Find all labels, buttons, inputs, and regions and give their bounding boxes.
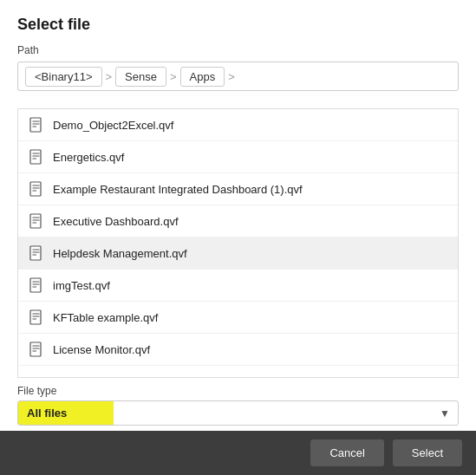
file-item[interactable]: KFTable example.qvf <box>18 302 458 334</box>
file-list-container: Demo_Object2Excel.qvf Energetics.qvf Exa… <box>17 108 459 378</box>
file-qvf-icon <box>29 149 44 165</box>
file-qvf-icon <box>29 309 44 325</box>
breadcrumb-sep-2: > <box>226 70 237 83</box>
cancel-button[interactable]: Cancel <box>310 439 383 466</box>
file-item[interactable]: Demo_Object2Excel.qvf <box>18 109 458 141</box>
file-item[interactable]: License Monitor.qvf <box>18 334 458 366</box>
svg-rect-8 <box>30 182 41 196</box>
file-qvf-icon <box>29 245 44 261</box>
breadcrumb-btn-sense[interactable]: Sense <box>115 67 166 87</box>
breadcrumb-item-sense: Sense > <box>115 67 178 87</box>
file-name: Executive Dashboard.qvf <box>53 215 179 228</box>
file-qvf-icon <box>29 277 44 293</box>
filetype-select-wrapper: All filesQVF filesExcel filesCSV files ▼ <box>17 400 459 426</box>
file-item[interactable]: Example Restaurant Integrated Dashboard … <box>18 173 458 205</box>
file-item[interactable]: Energetics.qvf <box>18 141 458 173</box>
file-qvf-icon <box>29 181 44 197</box>
dialog-title: Select file <box>17 16 459 34</box>
file-item[interactable]: Executive Dashboard.qvf <box>18 205 458 238</box>
breadcrumb-bar: <Binary11> > Sense > Apps > <box>17 62 459 91</box>
svg-rect-4 <box>30 150 41 164</box>
file-name: Demo_Object2Excel.qvf <box>53 119 173 132</box>
file-qvf-icon <box>29 342 44 357</box>
file-name: License Monitor.qvf <box>53 343 150 356</box>
svg-rect-20 <box>30 278 41 292</box>
breadcrumb-sep-1: > <box>168 70 179 83</box>
file-list: Demo_Object2Excel.qvf Energetics.qvf Exa… <box>18 109 458 377</box>
file-name: Example Restaurant Integrated Dashboard … <box>53 183 303 196</box>
file-qvf-icon <box>29 213 44 229</box>
breadcrumb-btn-binary11[interactable]: <Binary11> <box>25 67 102 87</box>
file-name: Energetics.qvf <box>53 151 124 164</box>
breadcrumb-item-apps: Apps > <box>180 67 237 87</box>
dialog-footer: Cancel Select <box>0 431 476 475</box>
file-name: Helpdesk Management.qvf <box>53 247 187 260</box>
file-qvf-icon <box>29 117 44 133</box>
svg-rect-28 <box>30 342 41 356</box>
filetype-section: File type All filesQVF filesExcel filesC… <box>0 378 476 431</box>
select-button[interactable]: Select <box>393 439 462 466</box>
file-name: imgTest.qvf <box>53 279 110 292</box>
filetype-label: File type <box>17 385 459 397</box>
select-file-dialog: Select file Path <Binary11> > Sense > Ap… <box>0 0 476 475</box>
svg-rect-12 <box>30 214 41 228</box>
svg-rect-24 <box>30 310 41 324</box>
breadcrumb-btn-apps[interactable]: Apps <box>180 67 225 87</box>
svg-rect-0 <box>30 118 41 132</box>
breadcrumb-sep-0: > <box>104 70 114 83</box>
dialog-header: Select file Path <Binary11> > Sense > Ap… <box>0 0 476 100</box>
filetype-select[interactable]: All filesQVF filesExcel filesCSV files <box>17 400 459 426</box>
file-name: KFTable example.qvf <box>53 311 158 324</box>
file-item[interactable]: imgTest.qvf <box>18 270 458 302</box>
file-item[interactable]: Helpdesk Management.qvf <box>18 238 458 270</box>
breadcrumb-item-binary11: <Binary11> > <box>25 67 114 87</box>
path-label: Path <box>17 44 459 56</box>
svg-rect-16 <box>30 246 41 260</box>
